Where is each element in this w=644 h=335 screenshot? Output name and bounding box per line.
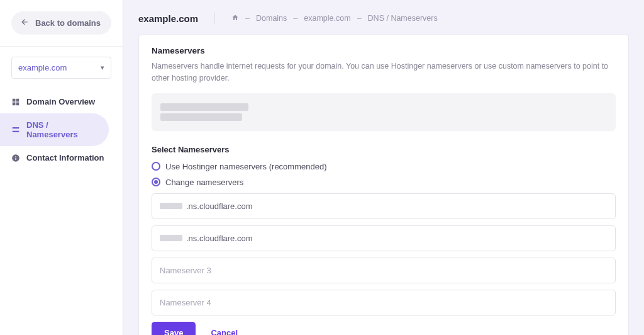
home-icon[interactable] — [231, 14, 239, 23]
cancel-button[interactable]: Cancel — [211, 328, 238, 336]
info-icon — [11, 154, 20, 162]
domain-select[interactable]: example.com ▾ — [11, 57, 111, 79]
back-to-domains-button[interactable]: Back to domains — [11, 11, 111, 35]
radio-change-nameservers[interactable]: Change nameservers — [152, 178, 616, 187]
sidebar-item-domain-overview[interactable]: Domain Overview — [0, 90, 123, 113]
nameserver-4-input[interactable]: Nameserver 4 — [152, 290, 616, 315]
current-nameservers-box — [152, 93, 616, 131]
nameservers-card: Nameservers Nameservers handle internet … — [138, 34, 629, 335]
radio-label: Use Hostinger nameservers (recommended) — [165, 162, 326, 171]
masked-prefix — [160, 235, 182, 241]
save-button[interactable]: Save — [152, 322, 196, 336]
dns-icon — [11, 125, 20, 134]
ns-suffix: .ns.cloudflare.com — [186, 202, 253, 211]
breadcrumb-sep: – — [245, 14, 250, 23]
divider — [0, 46, 123, 47]
page-title: example.com — [138, 13, 198, 24]
masked-nameserver-line — [160, 103, 248, 111]
radio-icon — [152, 178, 160, 186]
sidebar-item-contact-information[interactable]: Contact Information — [0, 146, 123, 169]
ns-placeholder: Nameserver 4 — [160, 298, 211, 307]
masked-prefix — [160, 203, 182, 209]
card-title: Nameservers — [152, 46, 616, 55]
select-nameservers-title: Select Nameservers — [152, 145, 616, 154]
card-description: Nameservers handle internet requests for… — [152, 60, 616, 84]
nameserver-2-input[interactable]: .ns.cloudflare.com — [152, 225, 616, 251]
sidebar-item-label: Contact Information — [26, 153, 104, 162]
ns-placeholder: Nameserver 3 — [160, 266, 211, 275]
radio-icon — [152, 162, 160, 171]
main-content: example.com – Domains – example.com – DN… — [123, 0, 644, 335]
topbar: example.com – Domains – example.com – DN… — [138, 13, 629, 24]
sidebar-item-label: DNS / Nameservers — [26, 120, 97, 139]
breadcrumb-domain[interactable]: example.com — [304, 14, 350, 23]
selected-domain: example.com — [18, 63, 67, 72]
sidebar-item-dns-nameservers[interactable]: DNS / Nameservers — [0, 113, 109, 146]
radio-label: Change nameservers — [165, 178, 243, 187]
back-label: Back to domains — [35, 18, 101, 28]
chevron-down-icon: ▾ — [101, 64, 104, 72]
breadcrumb: – Domains – example.com – DNS / Nameserv… — [231, 14, 438, 23]
nameserver-3-input[interactable]: Nameserver 3 — [152, 258, 616, 283]
sidebar-item-label: Domain Overview — [26, 97, 95, 106]
separator — [214, 13, 215, 24]
masked-nameserver-line — [160, 113, 242, 121]
radio-use-hostinger[interactable]: Use Hostinger nameservers (recommended) — [152, 162, 616, 171]
nameserver-1-input[interactable]: .ns.cloudflare.com — [152, 193, 616, 219]
ns-suffix: .ns.cloudflare.com — [186, 234, 253, 243]
grid-icon — [11, 98, 20, 106]
sidebar: Back to domains example.com ▾ Domain Ove… — [0, 0, 123, 335]
breadcrumb-sep: – — [293, 14, 297, 23]
breadcrumb-domains[interactable]: Domains — [256, 14, 287, 23]
breadcrumb-page: DNS / Nameservers — [368, 14, 438, 23]
actions-row: Save Cancel — [152, 322, 616, 336]
breadcrumb-sep: – — [357, 14, 362, 23]
arrow-left-icon — [20, 18, 29, 28]
